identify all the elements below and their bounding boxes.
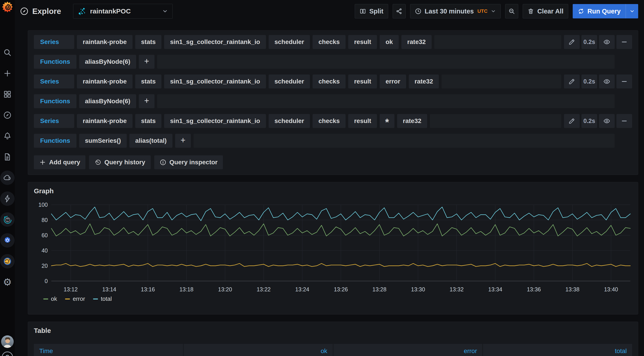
zoom-out-button[interactable] — [505, 4, 518, 19]
worldping-icon[interactable] — [0, 254, 14, 268]
segment-error[interactable]: error — [380, 75, 406, 89]
legend-label: error — [73, 295, 85, 302]
remove-query-button[interactable] — [616, 114, 632, 128]
explore-compass-icon[interactable] — [0, 108, 14, 122]
search-icon[interactable] — [0, 45, 14, 60]
segment-rate32[interactable]: rate32 — [402, 35, 432, 49]
legend-label: total — [101, 295, 112, 302]
series-label[interactable]: Series — [34, 114, 74, 128]
functions-input-area[interactable] — [157, 55, 615, 69]
time-picker-button[interactable]: Last 30 minutes UTC — [410, 4, 501, 19]
synthetic-monitoring-globe-icon[interactable] — [0, 212, 14, 227]
run-query-dropdown[interactable] — [626, 4, 638, 19]
edit-query-button[interactable] — [564, 114, 580, 128]
segment-stats[interactable]: stats — [135, 75, 162, 89]
table-header-error[interactable]: error — [334, 344, 482, 356]
graph-canvas[interactable]: 13:1213:1413:1613:1813:2013:2213:2413:26… — [34, 198, 632, 295]
function-aliasByNode-6-[interactable]: aliasByNode(6) — [79, 94, 136, 108]
table-header-time[interactable]: Time — [34, 344, 183, 356]
segment-sin1-sg-collector-raintank-io[interactable]: sin1_sg_collector_raintank_io — [164, 75, 266, 89]
add-function-button[interactable]: + — [175, 134, 191, 148]
toggle-query-visibility-button[interactable] — [599, 114, 615, 128]
functions-label[interactable]: Functions — [34, 94, 76, 108]
remove-query-button[interactable] — [616, 35, 632, 49]
add-function-button[interactable]: + — [139, 55, 154, 69]
table-header-ok[interactable]: ok — [184, 344, 333, 356]
segment-checks[interactable]: checks — [312, 75, 346, 89]
query-history-button[interactable]: Query history — [89, 155, 150, 169]
page-head: Explore — [20, 7, 61, 16]
segment-sin1-sg-collector-raintank-io[interactable]: sin1_sg_collector_raintank_io — [164, 35, 266, 49]
table-header-total[interactable]: total — [483, 344, 632, 356]
query-editor-panel: Series raintank-probestatssin1_sg_collec… — [28, 30, 638, 175]
edit-query-button[interactable] — [564, 75, 580, 89]
datasource-picker[interactable]: raintankPOC — [73, 4, 173, 19]
segment-result[interactable]: result — [348, 35, 377, 49]
segment-result[interactable]: result — [348, 114, 377, 128]
series-row: Series raintank-probestatssin1_sg_collec… — [34, 114, 632, 128]
svg-text:100: 100 — [38, 202, 48, 208]
segment-checks[interactable]: checks — [312, 35, 346, 49]
toggle-query-visibility-button[interactable] — [599, 75, 615, 89]
functions-row: Functions aliasByNode(6)+ — [34, 55, 632, 69]
help-icon[interactable]: ? — [2, 351, 13, 356]
segment-rate32[interactable]: rate32 — [409, 75, 439, 89]
share-button[interactable] — [393, 4, 406, 19]
segment-rate32[interactable]: rate32 — [397, 114, 428, 128]
functions-input-area[interactable] — [157, 94, 615, 108]
add-function-button[interactable]: + — [139, 94, 154, 108]
segment-scheduler[interactable]: scheduler — [269, 114, 310, 128]
run-query-button[interactable]: Run Query — [573, 4, 638, 19]
legend-item-ok[interactable]: ok — [43, 295, 57, 302]
function-aliasByNode-6-[interactable]: aliasByNode(6) — [79, 55, 136, 69]
segment-scheduler[interactable]: scheduler — [269, 75, 310, 89]
main-content: Series raintank-probestatssin1_sg_collec… — [15, 23, 644, 356]
segment-stats[interactable]: stats — [135, 35, 162, 49]
graphite-datasource-icon — [78, 7, 86, 15]
legend-item-total[interactable]: total — [93, 295, 112, 302]
query-input-area[interactable] — [430, 114, 561, 128]
svg-text:13:14: 13:14 — [102, 286, 116, 292]
functions-input-area[interactable] — [194, 134, 615, 148]
remove-query-button[interactable] — [616, 75, 632, 89]
query-inspector-button[interactable]: Query inspector — [154, 155, 223, 169]
functions-label[interactable]: Functions — [34, 55, 76, 69]
function-alias-total-[interactable]: alias(total) — [130, 134, 172, 148]
grafana-logo-icon[interactable] — [2, 1, 13, 13]
segment-raintank-probe[interactable]: raintank-probe — [77, 75, 132, 89]
split-button[interactable]: Split — [355, 4, 388, 19]
clear-all-button[interactable]: Clear All — [523, 4, 568, 19]
toggle-query-visibility-button[interactable] — [599, 35, 615, 49]
segment-stats[interactable]: stats — [135, 114, 162, 128]
user-avatar[interactable] — [1, 335, 14, 348]
functions-label[interactable]: Functions — [34, 134, 76, 148]
edit-query-button[interactable] — [564, 35, 580, 49]
segment-raintank-probe[interactable]: raintank-probe — [77, 114, 132, 128]
legend-item-error[interactable]: error — [65, 295, 85, 302]
settings-gear-icon[interactable]: ⚙ — [0, 275, 14, 289]
create-plus-icon[interactable] — [0, 66, 14, 81]
cloud-alert-icon[interactable] — [0, 171, 14, 185]
series-label[interactable]: Series — [34, 75, 74, 89]
segment-raintank-probe[interactable]: raintank-probe — [77, 35, 132, 49]
query-input-area[interactable] — [442, 75, 561, 89]
chevron-down-icon — [162, 8, 168, 14]
query-input-area[interactable] — [434, 35, 561, 49]
lightning-bolt-icon[interactable] — [0, 191, 14, 206]
add-query-button[interactable]: Add query — [34, 155, 86, 169]
kubernetes-icon[interactable] — [0, 233, 14, 248]
function-sumSeries-[interactable]: sumSeries() — [79, 134, 127, 148]
segment--[interactable]: * — [380, 114, 394, 128]
segment-ok[interactable]: ok — [380, 35, 399, 49]
eye-icon — [603, 38, 610, 46]
series-label[interactable]: Series — [34, 35, 74, 49]
alerting-bell-icon[interactable] — [0, 129, 14, 143]
segment-result[interactable]: result — [348, 75, 377, 89]
segment-checks[interactable]: checks — [312, 114, 346, 128]
segment-scheduler[interactable]: scheduler — [269, 35, 310, 49]
svg-text:13:22: 13:22 — [256, 286, 271, 292]
dashboards-grid-icon[interactable] — [0, 87, 14, 102]
history-icon — [94, 159, 101, 166]
docs-icon[interactable] — [0, 150, 14, 164]
segment-sin1-sg-collector-raintank-io[interactable]: sin1_sg_collector_raintank_io — [164, 114, 266, 128]
